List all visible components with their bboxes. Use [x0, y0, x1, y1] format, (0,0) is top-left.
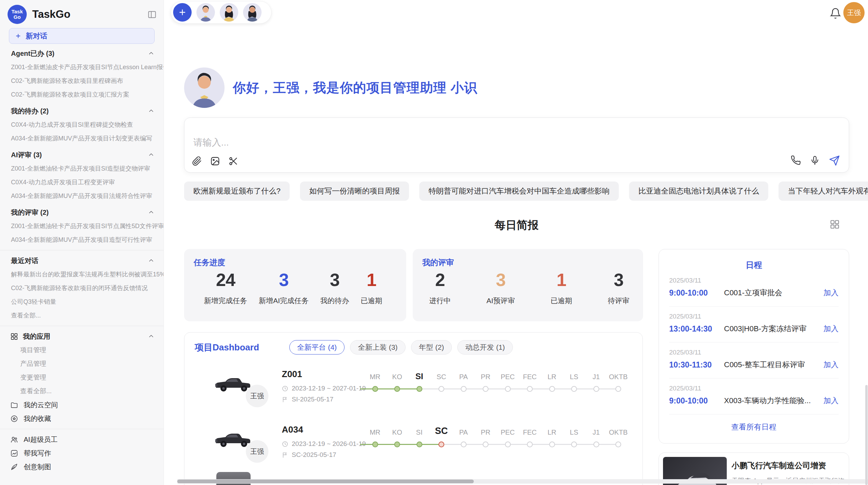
schedule-item: 2025/03/119:00-10:00X003-车辆动力学性能验...加入 [659, 378, 849, 414]
sidebar-link-folder[interactable]: 我的云空间 [0, 398, 164, 412]
sidebar-app-item[interactable]: 项目管理 [0, 343, 164, 357]
milestone-dot[interactable] [461, 386, 467, 392]
milestone-dot[interactable] [372, 442, 378, 447]
milestone-dot[interactable] [417, 442, 422, 447]
agent-avatar-1[interactable] [196, 3, 215, 22]
agent-avatar-2[interactable] [220, 3, 238, 22]
schedule-join-link[interactable]: 加入 [823, 360, 839, 370]
vertical-scrollbar-thumb[interactable] [865, 385, 868, 485]
sidebar-item[interactable]: Z001-全新燃油轻卡产品开发项目SI节点属性5D文件评审 [0, 219, 164, 233]
sidebar-app-item[interactable]: 变更管理 [0, 371, 164, 384]
send-icon[interactable] [829, 155, 840, 166]
chevron-up-icon[interactable] [148, 209, 155, 216]
chat-input[interactable] [193, 137, 674, 148]
new-chat-button[interactable]: 新对话 [9, 28, 155, 44]
milestone-label: LS [570, 373, 578, 381]
notifications-bell-icon[interactable] [830, 8, 841, 19]
scissors-icon[interactable] [228, 156, 238, 166]
microphone-icon[interactable] [810, 156, 820, 166]
project-code[interactable]: Z001 [282, 369, 302, 380]
milestone-dot[interactable] [593, 386, 599, 392]
sidebar-section-header[interactable]: Agent已办 (3) [0, 47, 164, 60]
milestone-dot[interactable] [571, 386, 577, 392]
milestone-dot[interactable] [505, 386, 511, 392]
milestone-dot[interactable] [593, 442, 599, 447]
sidebar-item[interactable]: Z001-全新燃油轻卡产品开发项目SI造型提交物评审 [0, 162, 164, 175]
sidebar-section-header[interactable]: 我的评审 (2) [0, 206, 164, 219]
grid-layout-icon[interactable] [830, 219, 840, 229]
dashboard-tab[interactable]: 全新平台 (4) [289, 340, 345, 355]
milestone-dot[interactable] [615, 442, 621, 447]
milestone-dot[interactable] [438, 442, 444, 447]
sidebar-app-item[interactable]: 产品管理 [0, 357, 164, 371]
sidebar-item[interactable]: 解释最新出台的欧盟报废车法规再生塑料比例被调至15%... [0, 268, 164, 281]
milestone-dot[interactable] [394, 442, 400, 447]
milestone-dot[interactable] [372, 386, 378, 392]
chevron-up-icon[interactable] [148, 151, 155, 158]
suggestion-chip[interactable]: 欧洲新规最近颁布了什么? [184, 182, 290, 201]
suggestion-chip[interactable]: 特朗普可能对进口汽车增税会对中国车企造成哪些影响 [419, 182, 619, 201]
sidebar-item[interactable]: 公司Q3轻卡销量 [0, 295, 164, 309]
user-avatar[interactable]: 王强 [843, 2, 865, 23]
milestone-dot[interactable] [527, 442, 533, 447]
suggestion-chip[interactable]: 如何写一份清晰的项目周报 [300, 182, 409, 201]
image-icon[interactable] [210, 156, 220, 166]
project-code[interactable]: A034 [282, 424, 303, 435]
dashboard-tab[interactable]: 动总开发 (1) [457, 340, 513, 355]
dashboard-tab[interactable]: 年型 (2) [411, 340, 452, 355]
chevron-up-icon[interactable] [148, 50, 155, 57]
sidebar-link-star[interactable]: 我的收藏 [0, 412, 164, 425]
milestone-dot[interactable] [571, 442, 577, 447]
schedule-item-main: 13:00-14:30C003|H0B-方案冻结评审加入 [669, 324, 839, 334]
milestone-dot[interactable] [615, 386, 621, 392]
milestone-dot[interactable] [417, 386, 422, 392]
schedule-join-link[interactable]: 加入 [823, 288, 839, 298]
sidebar-item[interactable]: A034-全新新能源MUV产品开发项目法规符合性评审 [0, 189, 164, 203]
sidebar-item[interactable]: Z001-全新燃油皮卡产品开发项目SI节点Lesson Learn报告 [0, 60, 164, 74]
dashboard-tab[interactable]: 全新上装 (3) [350, 340, 406, 355]
collapse-sidebar-icon[interactable] [147, 10, 157, 19]
sidebar-section-header[interactable]: 最近对话 [0, 254, 164, 268]
sidebar-link-people[interactable]: AI超级员工 [0, 433, 164, 446]
schedule-join-link[interactable]: 加入 [823, 324, 839, 334]
schedule-item-date: 2025/03/11 [669, 313, 839, 320]
agent-avatar-3[interactable] [243, 3, 262, 22]
sidebar-section-my-apps[interactable]: 我的应用 [0, 329, 164, 343]
horizontal-scrollbar-thumb[interactable] [177, 480, 474, 483]
milestone-dot[interactable] [549, 386, 555, 392]
sidebar-item[interactable]: C02-飞腾新能源轻客改款项目立项汇报方案 [0, 88, 164, 101]
greeting: 你好，王强，我是你的项目管理助理 小识 [184, 67, 478, 108]
sidebar-item[interactable]: C02-飞腾新能源轻客改款项目的闭环通告反馈情况 [0, 281, 164, 295]
view-all-schedule-link[interactable]: 查看所有日程 [659, 422, 849, 432]
sidebar-section-header[interactable]: AI评审 (3) [0, 148, 164, 162]
sidebar-item[interactable]: C0X4-动力总成开发项目SI里程碑提交物检查 [0, 118, 164, 132]
stat-value: 3 [608, 270, 629, 290]
milestone-dot[interactable] [527, 386, 533, 392]
milestone-dot[interactable] [438, 386, 444, 392]
milestone-dot[interactable] [549, 442, 555, 447]
sidebar-item[interactable]: A034-全新新能源MUV产品开发项目造型可行性评审 [0, 233, 164, 247]
chevron-up-icon[interactable] [148, 333, 155, 340]
milestone-dot[interactable] [461, 442, 467, 447]
chevron-up-icon[interactable] [148, 108, 155, 114]
sidebar-item[interactable]: C0X4-动力总成开发项目工程变更评审 [0, 175, 164, 189]
suggestion-chip[interactable]: 当下年轻人对汽车外观有怎样的喜好趋势 [779, 182, 868, 201]
phone-icon[interactable] [791, 156, 801, 166]
add-agent-button[interactable] [173, 3, 192, 22]
sidebar-link-quill[interactable]: 创意制图 [0, 460, 164, 474]
milestone-dot[interactable] [483, 386, 489, 392]
sidebar-item[interactable]: 查看全部... [0, 309, 164, 322]
milestone-dot[interactable] [394, 386, 400, 392]
suggestion-chip[interactable]: 比亚迪全固态电池计划具体说了什么 [629, 182, 768, 201]
sidebar-app-item[interactable]: 查看全部... [0, 384, 164, 398]
sidebar-item[interactable]: C02-飞腾新能源轻客改款项目里程碑画布 [0, 74, 164, 88]
milestone-dot[interactable] [483, 442, 489, 447]
sidebar-item[interactable]: A034-全新新能源MUV产品开发项目计划变更表编写 [0, 132, 164, 145]
sidebar-link-write[interactable]: 帮我写作 [0, 446, 164, 460]
milestone-dot[interactable] [505, 442, 511, 447]
chevron-up-icon[interactable] [148, 257, 155, 264]
attachment-icon[interactable] [192, 156, 202, 166]
sidebar-section-header[interactable]: 我的待办 (2) [0, 104, 164, 118]
schedule-join-link[interactable]: 加入 [823, 396, 839, 406]
milestone-track: MRKOSISCPAPRPECFECLRLSJ1OKTB [360, 422, 631, 463]
